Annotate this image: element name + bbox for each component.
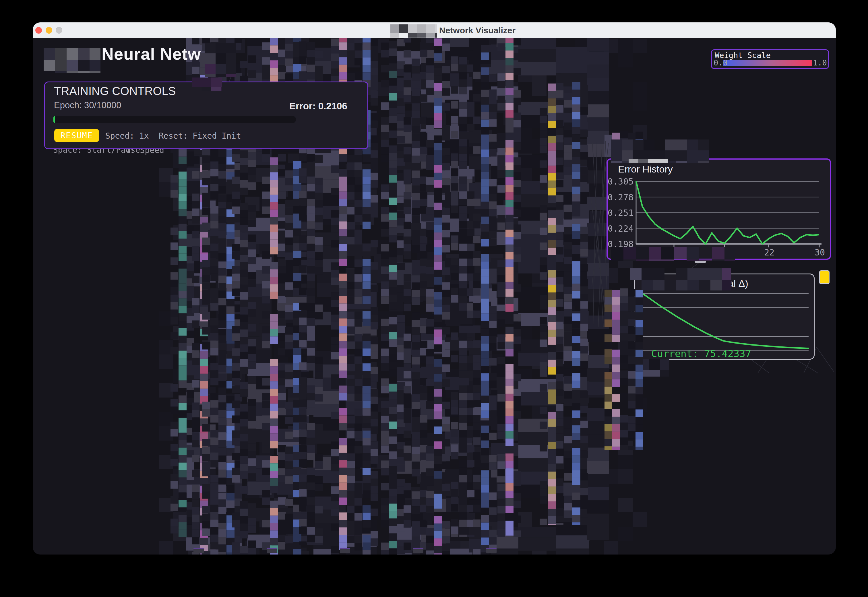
weight-scale-legend: Weight Scale 0.0 1.0 xyxy=(711,49,829,69)
zoom-button[interactable] xyxy=(56,27,62,34)
epoch-counter: Epoch: 30/10000 xyxy=(54,100,121,110)
x-tick-label: 22 xyxy=(764,247,775,257)
x-tick-label: 30 xyxy=(815,247,825,257)
legend-max-label: 1.0 xyxy=(813,58,827,67)
app-brand-title: Neural Netw xyxy=(102,44,201,64)
epoch-progress-bar xyxy=(53,116,296,123)
error-history-chart xyxy=(608,160,830,258)
reset-setting: Reset: Fixed Init xyxy=(159,131,241,141)
error-readout: Error: 0.2106 xyxy=(289,101,347,111)
weight-gradient-bar xyxy=(723,60,812,66)
y-tick-label: 0.198 xyxy=(608,239,633,249)
current-delta-readout: Current: 75.42337 xyxy=(651,348,751,359)
close-button[interactable] xyxy=(35,27,42,34)
legend-min-label: 0.0 xyxy=(714,58,728,67)
y-tick-label: 0.278 xyxy=(608,192,633,202)
training-controls-panel: TRAINING CONTROLS Epoch: 30/10000 Error:… xyxy=(44,82,368,149)
weight-change-panel: Weight Change (Total Δ) Current: 75.4233… xyxy=(634,273,815,359)
output-layer-node xyxy=(413,548,423,553)
weight-change-chart xyxy=(635,275,814,359)
error-history-panel: Error History 0.3050.2780.2510.2240.198 … xyxy=(607,159,831,260)
window-title: Network Visualizer xyxy=(439,25,515,35)
output-layer-node xyxy=(340,548,350,553)
output-neuron-node xyxy=(819,270,829,284)
minimize-button[interactable] xyxy=(46,27,52,34)
y-tick-label: 0.224 xyxy=(608,224,633,234)
x-tick-label: 15 xyxy=(720,247,730,257)
window-titlebar[interactable]: Network Visualizer xyxy=(33,22,836,38)
output-layer-node xyxy=(267,548,277,553)
app-window: Network Visualizer Neural Netw Weight Sc… xyxy=(33,22,836,554)
panel-title: TRAINING CONTROLS xyxy=(54,85,176,98)
speed-setting: Speed: 1x xyxy=(105,131,149,141)
y-tick-label: 0.251 xyxy=(608,208,633,218)
epoch-progress-fill xyxy=(53,116,55,123)
resume-button[interactable]: RESUME xyxy=(54,129,99,142)
output-layer-node xyxy=(193,548,204,553)
output-layer-node xyxy=(486,548,497,553)
x-tick-label: 7 xyxy=(669,247,675,257)
y-tick-label: 0.305 xyxy=(608,177,633,187)
